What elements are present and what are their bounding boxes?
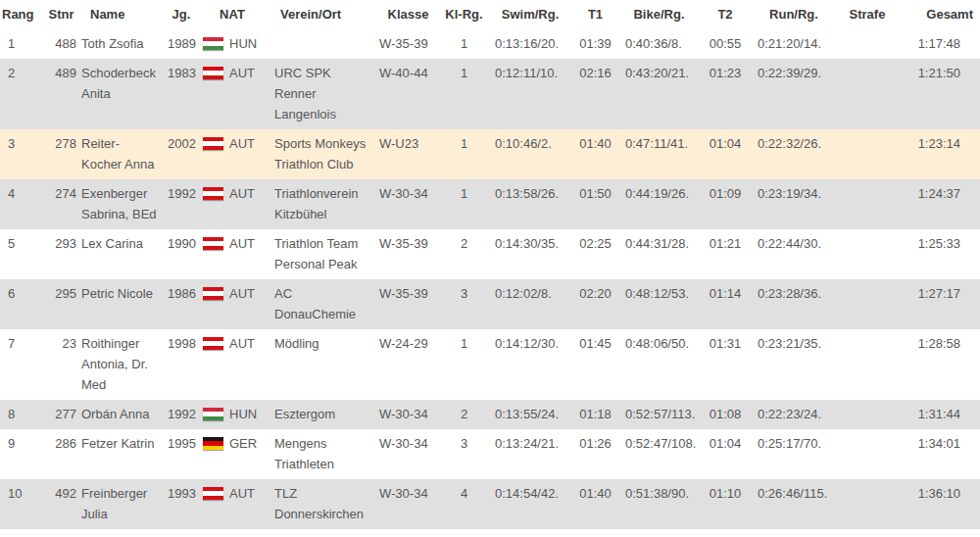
cell-rang: 5 <box>0 229 44 279</box>
col-header-t1: T1 <box>573 0 617 29</box>
cell-gesamt: 1:25:33 <box>897 229 980 279</box>
cell-gesamt: 1:23:14 <box>897 129 980 179</box>
cell-bike: 0:51:38/90. <box>617 479 701 529</box>
cell-verein: Mengens Triathleten <box>267 429 375 479</box>
cell-jg: 1989 <box>165 29 198 59</box>
nation-code: AUT <box>229 133 255 154</box>
cell-nat: HUN <box>198 29 267 59</box>
cell-strafe <box>838 179 897 229</box>
flag-aut-icon <box>203 487 223 500</box>
nation-code: GER <box>229 433 257 454</box>
cell-name: Brandl Sophie <box>78 529 165 537</box>
table-row: 2489Schoderbeck Anita1983AUTURC SPK Renn… <box>0 59 980 129</box>
flag-aut-icon <box>203 67 223 79</box>
cell-gesamt: 1:17:48 <box>897 29 980 59</box>
cell-klasse: W-30-34 <box>375 479 441 529</box>
cell-strafe <box>838 329 897 400</box>
table-row: 4274Exenberger Sabrina, BEd1992AUTTriath… <box>0 179 980 229</box>
cell-name: Roithinger Antonia, Dr. Med <box>78 329 165 400</box>
cell-swim: 0:10:46/2. <box>487 129 573 179</box>
cell-rang: 9 <box>0 429 44 479</box>
cell-jg: 1992 <box>165 179 198 229</box>
cell-gesamt: 1:21:50 <box>897 59 980 129</box>
table-row: 11494Brandl Sophie1987AUTTri Team 1.USC … <box>0 529 980 537</box>
cell-swim: 0:15:16/48. <box>487 529 573 537</box>
cell-nat: HUN <box>198 400 267 429</box>
cell-stnr: 278 <box>44 129 78 179</box>
col-header-gesamt: Gesamt <box>897 0 980 29</box>
col-header-stnr: Stnr <box>44 0 78 29</box>
cell-run: 0:22:44/30. <box>750 229 838 279</box>
col-header-bike: Bike/Rg. <box>617 0 701 29</box>
cell-nat: AUT <box>198 529 267 537</box>
col-header-strafe: Strafe <box>838 0 897 29</box>
cell-t1: 02:27 <box>573 529 617 537</box>
cell-verein: Esztergom <box>267 400 375 429</box>
cell-strafe <box>838 400 897 429</box>
cell-klrg: 1 <box>441 179 487 229</box>
nation-code: AUT <box>229 533 255 537</box>
cell-gesamt: 1:34:01 <box>897 429 980 479</box>
cell-rang: 6 <box>0 279 44 329</box>
cell-stnr: 488 <box>44 29 78 59</box>
cell-t1: 02:16 <box>573 59 617 129</box>
cell-t2: 01:08 <box>701 400 750 429</box>
cell-rang: 11 <box>0 529 44 537</box>
cell-name: Exenberger Sabrina, BEd <box>78 179 165 229</box>
cell-nat: AUT <box>198 479 267 529</box>
cell-t2: 01:23 <box>701 59 750 129</box>
cell-jg: 1990 <box>165 229 198 279</box>
cell-nat: AUT <box>198 179 267 229</box>
nation-code: HUN <box>229 404 257 424</box>
cell-jg: 1986 <box>165 279 198 329</box>
cell-name: Schoderbeck Anita <box>78 59 165 129</box>
cell-run: 0:22:23/24. <box>750 400 838 429</box>
table-row: 10492Freinberger Julia1993AUTTLZ Donners… <box>0 479 980 529</box>
cell-run: 0:23:21/35. <box>750 329 838 400</box>
cell-verein: URC SPK Renner Langenlois <box>267 59 375 129</box>
cell-verein: TLZ Donnerskirchen <box>267 479 375 529</box>
cell-jg: 1983 <box>165 59 198 129</box>
flag-aut-icon <box>203 287 223 300</box>
cell-t2: 01:09 <box>701 179 750 229</box>
cell-name: Fetzer Katrin <box>78 429 165 479</box>
cell-klrg: 2 <box>441 229 487 279</box>
cell-strafe <box>838 279 897 329</box>
cell-nat: AUT <box>198 329 267 400</box>
cell-klrg: 1 <box>441 329 487 400</box>
cell-stnr: 274 <box>44 179 78 229</box>
table-row: 5293Lex Carina1990AUTTriathlon Team Pers… <box>0 229 980 279</box>
cell-gesamt: 1:27:17 <box>897 279 980 329</box>
cell-t1: 01:40 <box>573 129 617 179</box>
cell-jg: 1992 <box>165 400 198 429</box>
cell-klrg: 3 <box>441 429 487 479</box>
nation-code: AUT <box>229 63 255 83</box>
cell-swim: 0:14:30/35. <box>487 229 573 279</box>
cell-rang: 3 <box>0 129 44 179</box>
col-header-rang: Rang <box>0 0 44 29</box>
cell-klasse: W-U23 <box>375 129 441 179</box>
nation-code: AUT <box>229 283 255 304</box>
cell-rang: 4 <box>0 179 44 229</box>
cell-klrg: 1 <box>441 129 487 179</box>
cell-stnr: 293 <box>44 229 78 279</box>
cell-bike: 0:44:19/26. <box>617 179 701 229</box>
cell-stnr: 489 <box>44 59 78 129</box>
cell-klrg: 4 <box>441 529 487 537</box>
cell-swim: 0:13:16/20. <box>487 29 573 59</box>
col-header-t2: T2 <box>701 0 750 29</box>
cell-bike: 0:47:11/41. <box>617 129 701 179</box>
cell-bike: 0:52:47/108. <box>617 429 701 479</box>
cell-gesamt: 1:28:58 <box>897 329 980 400</box>
cell-run: 0:21:20/14. <box>750 29 838 59</box>
cell-stnr: 23 <box>44 329 78 400</box>
cell-name: Orbán Anna <box>78 400 165 429</box>
cell-t1: 02:20 <box>573 279 617 329</box>
cell-gesamt: 1:31:44 <box>897 400 980 429</box>
cell-gesamt: 1:24:37 <box>897 179 980 229</box>
cell-bike: 0:48:06/50. <box>617 329 701 400</box>
cell-swim: 0:14:54/42. <box>487 479 573 529</box>
cell-verein: Mödling <box>267 329 375 400</box>
cell-stnr: 286 <box>44 429 78 479</box>
cell-klrg: 3 <box>441 279 487 329</box>
